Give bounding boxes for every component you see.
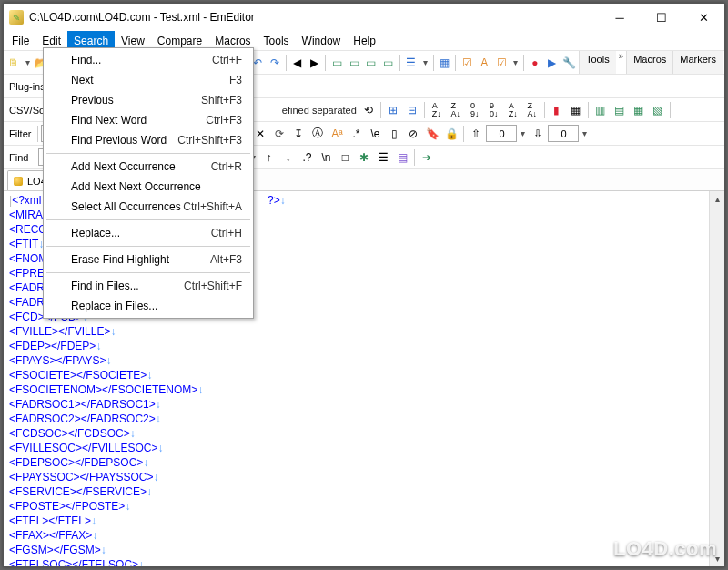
- csv-more-button[interactable]: ▦: [567, 101, 585, 119]
- customize-button[interactable]: ☑: [493, 54, 510, 72]
- sort-09-desc[interactable]: 90↓: [485, 101, 503, 119]
- menu-item-add-next-occurrence[interactable]: Add Next OccurrenceCtrl+R: [46, 157, 251, 177]
- sort-09-asc[interactable]: 09↓: [466, 101, 484, 119]
- sort-len-asc[interactable]: AZ↓: [504, 101, 522, 119]
- filter-below-spin[interactable]: ▾: [580, 128, 590, 138]
- menu-item-label: Add Next Next Occurrence: [71, 180, 201, 193]
- scroll-up-button[interactable]: ▴: [710, 191, 724, 207]
- wrap-page-button[interactable]: ▭: [363, 54, 379, 72]
- close-button[interactable]: ✕: [682, 4, 724, 31]
- menu-item-label: Find...: [71, 54, 101, 66]
- csv-rows-button[interactable]: ⊟: [403, 101, 421, 119]
- menu-window[interactable]: Window: [296, 31, 348, 50]
- code-line: <FPOSTE></FPOSTE>↓: [9, 499, 703, 514]
- find-esc2-button[interactable]: \n: [317, 148, 335, 167]
- sort-az-asc[interactable]: AZ↓: [428, 101, 446, 119]
- filter-up-button[interactable]: ⇧: [467, 125, 485, 143]
- menu-item-select-all-occurrences[interactable]: Select All OccurrencesCtrl+Shift+A: [46, 197, 251, 217]
- filter-bookmark-button[interactable]: 🔖: [423, 125, 441, 143]
- filter-case-button[interactable]: Aª: [328, 125, 346, 143]
- code-line: <FADRSOC2></FADRSOC2>↓: [9, 412, 703, 426]
- find-prev-button[interactable]: ↑: [259, 148, 278, 167]
- wrap-char-button[interactable]: ▭: [380, 54, 397, 72]
- menu-item-label: Replace in Files...: [71, 300, 157, 312]
- scroll-down-button[interactable]: ▾: [710, 551, 724, 566]
- menu-help[interactable]: Help: [347, 31, 382, 50]
- config-button[interactable]: ☰: [403, 54, 420, 72]
- run-macro-button[interactable]: ▶: [544, 54, 561, 72]
- filter-inc-button[interactable]: ↧: [289, 125, 308, 143]
- redo-button[interactable]: ↷: [267, 54, 283, 72]
- customize-menu[interactable]: ▾: [511, 57, 521, 67]
- minimize-button[interactable]: ─: [599, 4, 641, 31]
- menu-item-find-in-files[interactable]: Find in Files...Ctrl+Shift+F: [46, 276, 251, 296]
- menu-file[interactable]: File: [5, 31, 35, 50]
- wrap-none-button[interactable]: ▭: [329, 54, 345, 72]
- find-run-button[interactable]: ➔: [418, 148, 436, 167]
- filter-abort-button[interactable]: Ⓐ: [308, 125, 327, 143]
- font-button[interactable]: A: [476, 54, 492, 72]
- pane-tools-chev[interactable]: »: [616, 51, 627, 74]
- filter-neg-button[interactable]: ⊘: [404, 125, 422, 143]
- filter-escape-button[interactable]: \e: [366, 125, 384, 143]
- vertical-scrollbar[interactable]: ▴ ▾: [709, 191, 724, 566]
- csv-g3[interactable]: ▦: [630, 101, 648, 119]
- code-line: <FDEP></FDEP>↓: [9, 339, 703, 353]
- filter-lock-button[interactable]: 🔒: [442, 125, 460, 143]
- new-file-button[interactable]: 🗎: [5, 54, 22, 72]
- macro-ref-button[interactable]: 🔧: [561, 54, 578, 72]
- filter-label: Filter: [5, 128, 35, 139]
- maximize-button[interactable]: ☐: [641, 4, 682, 31]
- menu-item-find-previous-word[interactable]: Find Previous WordCtrl+Shift+F3: [46, 130, 251, 150]
- new-file-menu[interactable]: ▾: [23, 57, 33, 67]
- filter-refresh-button[interactable]: ⟳: [270, 125, 288, 143]
- menu-item-replace[interactable]: Replace...Ctrl+H: [46, 223, 251, 243]
- properties-button[interactable]: ☑: [459, 54, 475, 72]
- record-macro-button[interactable]: ●: [527, 54, 543, 72]
- file-type-icon: [14, 177, 23, 186]
- filter-lines-below[interactable]: [548, 125, 579, 142]
- filter-regex-button[interactable]: .*: [347, 125, 365, 143]
- filter-down-button[interactable]: ⇩: [529, 125, 547, 143]
- csv-cols-button[interactable]: ⊞: [384, 101, 402, 119]
- sort-len-desc[interactable]: ZA↓: [523, 101, 541, 119]
- csv-g4[interactable]: ▧: [649, 101, 667, 119]
- find-highlight-button[interactable]: ▤: [393, 148, 411, 167]
- menu-item-next[interactable]: NextF3: [46, 70, 251, 90]
- menu-item-label: Next: [71, 74, 94, 87]
- find-esc-button[interactable]: .?: [298, 148, 316, 167]
- menu-tools[interactable]: Tools: [258, 31, 296, 50]
- menu-item-find[interactable]: Find...Ctrl+F: [46, 50, 251, 70]
- wrap-window-button[interactable]: ▭: [346, 54, 362, 72]
- bookmark-prev-button[interactable]: ◀: [288, 54, 305, 72]
- csv-g1[interactable]: ▥: [592, 101, 610, 119]
- pane-tools[interactable]: Tools: [579, 51, 616, 74]
- menu-item-erase-find-highlight[interactable]: Erase Find HighlightAlt+F3: [46, 249, 251, 270]
- code-line: <FTEL></FTEL>↓: [9, 514, 703, 528]
- code-line: <FDEPSOC></FDEPSOC>↓: [9, 455, 703, 470]
- menu-item-find-next-word[interactable]: Find Next WordCtrl+F3: [46, 110, 251, 130]
- csv-g2[interactable]: ▤: [611, 101, 629, 119]
- filter-lines-above[interactable]: [486, 125, 517, 142]
- outline-button[interactable]: ▦: [437, 54, 453, 72]
- config-menu[interactable]: ▾: [420, 57, 430, 67]
- pane-markers[interactable]: Markers: [672, 51, 723, 74]
- menu-item-label: Add Next Occurrence: [71, 160, 176, 173]
- menu-item-add-next-next-occurrence[interactable]: Add Next Next Occurrence: [46, 177, 251, 197]
- menu-item-replace-in-files[interactable]: Replace in Files...: [46, 296, 251, 316]
- menu-item-previous[interactable]: PreviousShift+F3: [46, 90, 251, 110]
- delete-dup-button[interactable]: ▮: [548, 101, 566, 119]
- filter-clear-button[interactable]: ✕: [251, 125, 269, 143]
- find-next-button[interactable]: ↓: [278, 148, 297, 167]
- find-go-button[interactable]: ✱: [355, 148, 373, 167]
- menu-item-label: Previous: [71, 94, 114, 107]
- code-line: <FSOCIETENOM></FSOCIETENOM>↓: [9, 382, 703, 397]
- pane-macros[interactable]: Macros: [626, 51, 672, 74]
- csv-loop-icon[interactable]: ⟲: [359, 101, 378, 119]
- find-list-button[interactable]: ☰: [374, 148, 392, 167]
- filter-above-spin[interactable]: ▾: [518, 128, 528, 138]
- sort-az-desc[interactable]: ZA↓: [447, 101, 465, 119]
- bookmark-next-button[interactable]: ▶: [306, 54, 322, 72]
- find-esc3-button[interactable]: □: [336, 148, 354, 167]
- filter-whole-button[interactable]: ▯: [385, 125, 403, 143]
